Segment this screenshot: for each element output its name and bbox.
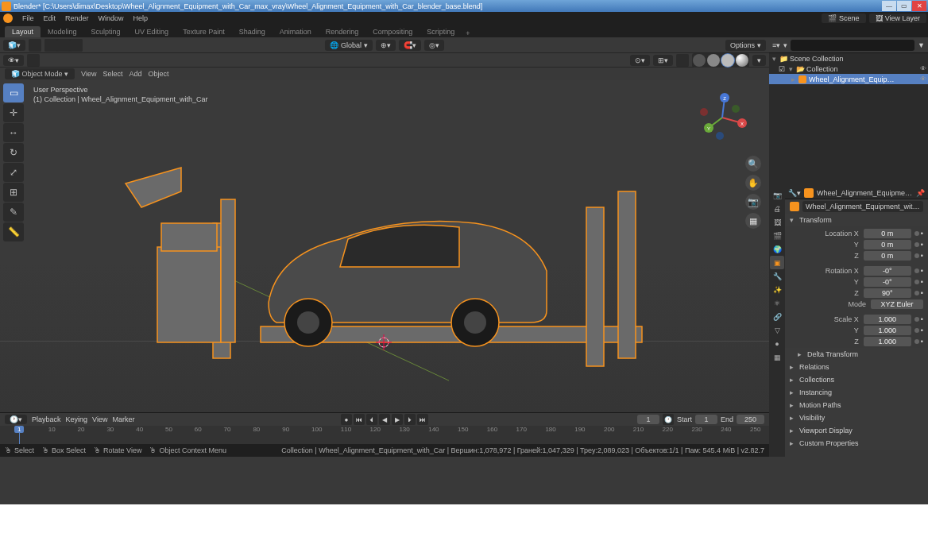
show-overlays-1[interactable]: [44, 39, 57, 52]
tool-annotate[interactable]: ✎: [3, 203, 24, 222]
timeline-editor-selector[interactable]: 🕐▾: [5, 415, 27, 424]
lock-ry[interactable]: [914, 280, 919, 284]
menu-file[interactable]: File: [17, 14, 39, 22]
show-overlays-3[interactable]: [70, 39, 83, 52]
close-button[interactable]: ✕: [912, 1, 926, 11]
tool-select[interactable]: ▭: [3, 83, 24, 102]
tab-rendering[interactable]: Rendering: [319, 26, 366, 37]
panel-delta-transform[interactable]: ▸Delta Transform: [785, 348, 928, 361]
navigation-gizmo[interactable]: X Y Z: [694, 90, 750, 145]
menu-object[interactable]: Object: [148, 70, 168, 78]
lock-sx[interactable]: [914, 317, 919, 322]
lock-sz[interactable]: [914, 339, 919, 344]
tool-transform[interactable]: ⊞: [3, 183, 24, 202]
props-tab-particles[interactable]: ✨: [770, 283, 784, 296]
current-frame[interactable]: 1: [637, 415, 659, 424]
breadcrumb-object[interactable]: Wheel_Alignment_Equipment_with_Car: [817, 189, 913, 197]
visibility-toggle[interactable]: 👁: [920, 75, 926, 83]
options-dropdown[interactable]: Options ▾: [725, 40, 766, 51]
tab-animation[interactable]: Animation: [273, 26, 319, 37]
outliner-display-mode[interactable]: ▾: [783, 41, 787, 49]
rotation-x[interactable]: -0°: [864, 266, 911, 276]
maximize-button[interactable]: ▭: [897, 1, 911, 11]
shading-options[interactable]: ▾: [752, 55, 766, 66]
lock-sy[interactable]: [914, 328, 919, 333]
tool-rotate[interactable]: ↻: [3, 143, 24, 162]
frame-start[interactable]: 1: [695, 415, 717, 424]
props-tab-modifiers[interactable]: 🔧: [770, 269, 784, 283]
tab-modeling[interactable]: Modeling: [41, 26, 84, 37]
props-tab-physics[interactable]: ⚛: [770, 296, 784, 310]
tab-scripting[interactable]: Scripting: [420, 26, 462, 37]
rotation-y[interactable]: -0°: [864, 277, 911, 287]
outliner-filter[interactable]: ▼: [918, 41, 925, 49]
shading-solid[interactable]: [707, 54, 720, 67]
xray-toggle[interactable]: [676, 54, 689, 67]
props-tab-texture[interactable]: ▦: [770, 350, 784, 364]
scene-selector[interactable]: 🎬 Scene: [822, 14, 866, 23]
menu-add[interactable]: Add: [129, 70, 141, 78]
show-overlays-2[interactable]: [57, 39, 70, 52]
editor-type-selector[interactable]: 🧊▾: [3, 40, 25, 51]
viewlayer-selector[interactable]: 🖼 View Layer: [869, 14, 926, 23]
tool-cursor[interactable]: ✛: [3, 103, 24, 122]
panel-visibility[interactable]: ▸Visibility: [785, 411, 928, 424]
pin-icon[interactable]: 📌: [916, 189, 925, 197]
rotation-mode[interactable]: XYZ Euler: [871, 299, 923, 309]
tl-keying[interactable]: Keying: [66, 415, 88, 423]
props-tab-render[interactable]: 📷: [770, 188, 784, 202]
keyframe-prev[interactable]: ⏴: [366, 414, 377, 425]
props-tab-material[interactable]: ●: [770, 337, 784, 350]
props-tab-viewlayer[interactable]: 🖼: [770, 215, 784, 229]
panel-motion-paths[interactable]: ▸Motion Paths: [785, 399, 928, 411]
tl-playback[interactable]: Playback: [32, 415, 61, 423]
snap-toggle[interactable]: 🧲▾: [399, 40, 421, 51]
visibility-toggle[interactable]: 👁: [920, 65, 926, 72]
object-name-field[interactable]: Wheel_Alignment_Equipment_with_Car: [802, 201, 923, 212]
props-tab-world[interactable]: 🌍: [770, 242, 784, 256]
tab-compositing[interactable]: Compositing: [365, 26, 420, 37]
preview-range-toggle[interactable]: 🕐: [663, 414, 674, 425]
menu-select[interactable]: Select: [102, 70, 122, 78]
menu-view[interactable]: View: [81, 70, 96, 78]
proportional-edit[interactable]: ◎▾: [424, 40, 444, 51]
mode-selector[interactable]: 🧊 Object Mode ▾: [5, 68, 75, 79]
outliner-collection[interactable]: ☑▾📂Collection 👁: [769, 64, 928, 74]
viewport-3d[interactable]: User Perspective (1) Collection | Wheel_…: [0, 80, 769, 412]
timeline-track[interactable]: 0102030405060708090100110120130140150160…: [0, 426, 769, 444]
tool-scale[interactable]: ⤢: [3, 163, 24, 182]
tl-view[interactable]: View: [92, 415, 107, 423]
props-tab-object[interactable]: ▣: [770, 256, 784, 269]
panel-instancing[interactable]: ▸Instancing: [785, 386, 928, 399]
props-tab-data[interactable]: ▽: [770, 323, 784, 337]
tab-sculpting[interactable]: Sculpting: [84, 26, 128, 37]
overlay-toggle[interactable]: ⊞▾: [653, 55, 673, 66]
outliner-scene-collection[interactable]: ▾📁Scene Collection: [769, 53, 928, 64]
panel-relations[interactable]: ▸Relations: [785, 361, 928, 373]
panel-transform[interactable]: ▾Transform: [785, 214, 928, 226]
menu-window[interactable]: Window: [94, 14, 129, 22]
menu-edit[interactable]: Edit: [39, 14, 61, 22]
tab-shading[interactable]: Shading: [232, 26, 273, 37]
toggle-gizmo[interactable]: [27, 54, 40, 67]
lock-y[interactable]: [914, 242, 919, 247]
lock-z[interactable]: [914, 253, 919, 258]
shading-wireframe[interactable]: [693, 54, 706, 67]
play-reverse[interactable]: ◀: [379, 414, 390, 425]
show-gizmo-toggle[interactable]: [29, 39, 41, 52]
tab-layout[interactable]: Layout: [5, 26, 41, 37]
panel-collections[interactable]: ▸Collections: [785, 373, 928, 386]
tl-marker[interactable]: Marker: [112, 415, 134, 423]
tab-uv[interactable]: UV Editing: [128, 26, 176, 37]
tool-measure[interactable]: 📏: [3, 222, 24, 241]
location-z[interactable]: 0 m: [864, 251, 911, 261]
autokey-toggle[interactable]: ●: [341, 414, 352, 425]
tab-texture[interactable]: Texture Paint: [176, 26, 232, 37]
jump-start[interactable]: ⏮: [354, 414, 365, 425]
minimize-button[interactable]: —: [882, 1, 896, 11]
lock-x[interactable]: [914, 231, 919, 236]
pan-icon[interactable]: ✋: [745, 175, 761, 191]
panel-custom-properties[interactable]: ▸Custom Properties: [785, 437, 928, 450]
add-workspace-button[interactable]: +: [462, 29, 474, 37]
scale-z[interactable]: 1.000: [864, 337, 911, 346]
